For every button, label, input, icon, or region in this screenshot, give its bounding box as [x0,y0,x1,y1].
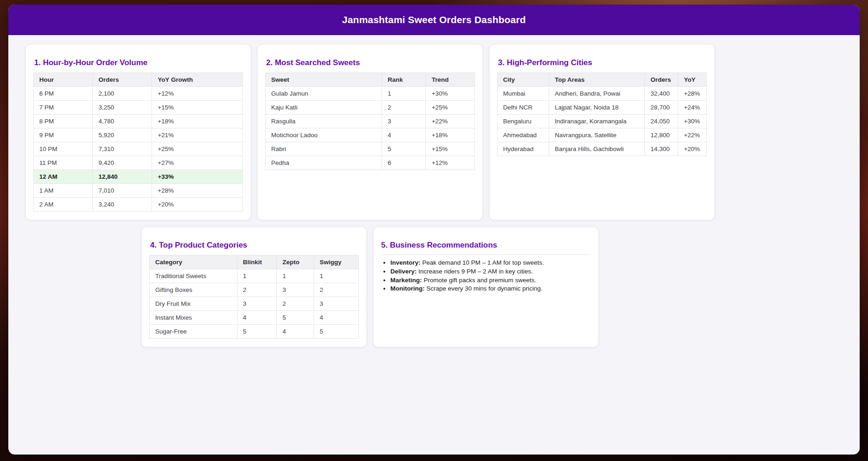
table-row: Pedha6+12% [266,156,475,170]
recommendation-label: Marketing: [390,277,424,284]
dashboard-title: Janmashtami Sweet Orders Dashboard [342,14,526,25]
table-cell: 7 PM [34,101,93,115]
column-header: Orders [645,73,678,87]
table-cell: 2 [277,297,314,311]
table-cell: Delhi NCR [498,101,549,115]
card-top-product-categories: 4. Top Product Categories CategoryBlinki… [142,227,366,347]
table-row: Gulab Jamun1+30% [266,87,475,101]
table-cell: 5 [237,325,277,339]
table-row: AhmedabadNavrangpura, Satellite12,800+22… [498,128,707,142]
table-cell: 3 [314,297,359,311]
column-header: Top Areas [549,73,644,87]
column-header: Blinkit [237,255,277,269]
recommendation-item: Monitoring: Scrape every 30 mins for dyn… [390,285,591,293]
table-row: Rabri5+15% [266,142,475,156]
table-cell: 2 AM [34,198,93,212]
table-row: 10 PM7,310+25% [34,142,243,156]
table-row: 11 PM9,420+27% [34,156,243,170]
table-cell: Instant Mixes [150,311,237,325]
table-header-row: SweetRankTrend [266,73,475,87]
table-cell: Lajpat Nagar, Noida 18 [549,101,644,115]
table-cell: 4 [382,128,426,142]
table-cell: Dry Fruit Mix [150,297,237,311]
table-cell: 32,400 [645,87,678,101]
table-cell: 12 AM [34,170,93,184]
top-product-categories-table: CategoryBlinkitZeptoSwiggyTraditional Sw… [149,255,359,339]
table-cell: +15% [426,142,475,156]
table-row: 12 AM12,840+33% [34,170,243,184]
dashboard-container: Janmashtami Sweet Orders Dashboard 1. Ho… [8,5,860,455]
table-cell: 7,310 [93,142,152,156]
table-cell: Rasgulla [266,115,382,128]
table-cell: +25% [426,101,475,115]
high-performing-cities-table: CityTop AreasOrdersYoYMumbaiAndheri, Ban… [497,73,707,156]
table-cell: 2,100 [93,87,152,101]
column-header: Swiggy [314,255,359,269]
table-cell: 5 [277,311,314,325]
table-cell: +22% [678,128,707,142]
table-cell: +20% [678,142,707,156]
column-header: Hour [34,73,93,87]
hourly-order-volume-table: HourOrdersYoY Growth6 PM2,100+12%7 PM3,2… [33,73,243,212]
table-cell: 1 [314,269,359,283]
table-row: Traditional Sweets111 [150,269,359,283]
table-header-row: CityTop AreasOrdersYoY [498,73,707,87]
card-most-searched-sweets: 2. Most Searched Sweets SweetRankTrendGu… [258,45,482,220]
table-row: Dry Fruit Mix323 [150,297,359,311]
table-cell: 3 [277,283,314,297]
table-row: 1 AM7,010+28% [34,184,243,198]
table-cell: Ahmedabad [498,128,549,142]
table-cell: 1 [277,269,314,283]
table-cell: Mumbai [498,87,549,101]
table-cell: 4,780 [93,115,152,128]
table-cell: +18% [426,128,475,142]
table-cell: +12% [152,87,243,101]
table-row: Delhi NCRLajpat Nagar, Noida 1828,700+24… [498,101,707,115]
table-cell: 6 PM [34,87,93,101]
column-header: Orders [93,73,152,87]
recommendation-label: Delivery: [390,268,419,275]
table-cell: 9,420 [93,156,152,170]
card-recommendations-title: 5. Business Recommendations [381,240,591,255]
card-business-recommendations: 5. Business Recommendations Inventory: P… [374,227,598,347]
table-cell: Navrangpura, Satellite [549,128,644,142]
table-row: 7 PM3,250+15% [34,101,243,115]
table-cell: Kaju Katli [266,101,382,115]
table-row: Rasgulla3+22% [266,115,475,128]
table-cell: 12,840 [93,170,152,184]
column-header: City [498,73,549,87]
table-cell: Rabri [266,142,382,156]
table-cell: Bengaluru [498,115,549,128]
table-cell: 1 [237,269,277,283]
card-hourly-title: 1. Hour-by-Hour Order Volume [34,58,243,68]
table-cell: +12% [426,156,475,170]
table-row: Sugar-Free545 [150,325,359,339]
column-header: Zepto [277,255,314,269]
table-cell: +28% [678,87,707,101]
table-row: HyderabadBanjara Hills, Gachibowli14,300… [498,142,707,156]
table-row: Instant Mixes454 [150,311,359,325]
card-high-performing-cities: 3. High-Performing Cities CityTop AreasO… [490,45,714,220]
table-row: 9 PM5,920+21% [34,128,243,142]
table-cell: 11 PM [34,156,93,170]
dashboard-header: Janmashtami Sweet Orders Dashboard [8,5,860,35]
column-header: Rank [382,73,426,87]
table-cell: +22% [426,115,475,128]
table-cell: 2 [314,283,359,297]
table-cell: 14,300 [645,142,678,156]
table-cell: +20% [152,198,243,212]
table-cell: 9 PM [34,128,93,142]
cards-grid: 1. Hour-by-Hour Order Volume HourOrdersY… [18,45,722,347]
table-cell: 10 PM [34,142,93,156]
table-cell: 12,800 [645,128,678,142]
table-cell: 4 [237,311,277,325]
recommendation-label: Inventory: [390,259,422,266]
table-cell: Sugar-Free [150,325,237,339]
table-cell: 4 [314,311,359,325]
table-cell: Andheri, Bandra, Powai [549,87,644,101]
column-header: YoY [678,73,707,87]
table-row: Gifting Boxes232 [150,283,359,297]
table-header-row: HourOrdersYoY Growth [34,73,243,87]
table-row: 2 AM3,240+20% [34,198,243,212]
table-cell: 3 [382,115,426,128]
